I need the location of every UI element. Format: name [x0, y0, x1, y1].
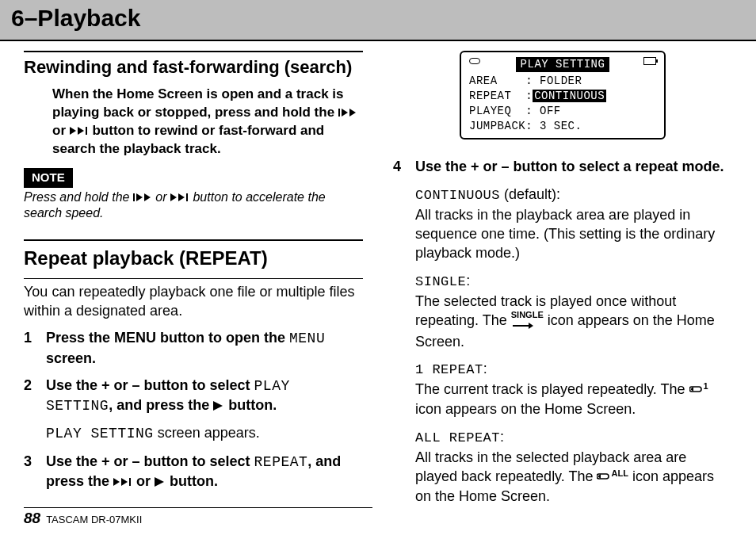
- section-repeat-head: Repeat playback (REPEAT): [24, 246, 363, 271]
- page-footer: 88 TASCAM DR-07MKII: [24, 507, 372, 527]
- step-body: Use the + or – button to select PLAY SET…: [46, 376, 363, 416]
- svg-marker-2: [349, 109, 356, 117]
- step-3: 3 Use the + or – button to select REPEAT…: [24, 452, 363, 491]
- model-name: TASCAM DR-07MKII: [46, 514, 142, 525]
- divider: [24, 239, 363, 241]
- next-track-icon: [70, 126, 89, 136]
- svg-marker-12: [213, 401, 223, 411]
- svg-marker-13: [113, 478, 120, 486]
- mode-1repeat: 1 REPEAT: The current track is played re…: [415, 359, 732, 419]
- divider: [24, 278, 363, 279]
- note-tag: NOTE: [24, 168, 73, 187]
- step-number: 4: [393, 157, 407, 176]
- svg-marker-9: [170, 193, 177, 201]
- chapter-title: 6–Playback: [11, 5, 745, 32]
- svg-marker-8: [144, 193, 151, 201]
- svg-marker-18: [529, 323, 533, 329]
- mode-allrepeat: ALL REPEAT: All tracks in the selected p…: [415, 427, 732, 506]
- svg-marker-1: [342, 109, 348, 117]
- svg-rect-0: [338, 109, 340, 117]
- svg-marker-4: [78, 127, 84, 135]
- lcd-row: REPEAT :CONTINUOUS: [469, 89, 656, 104]
- step-number: 1: [24, 328, 38, 368]
- svg-rect-11: [186, 193, 188, 201]
- step-4: 4 Use the + or – button to select a repe…: [393, 157, 732, 176]
- battery-icon: [643, 57, 656, 65]
- lcd-title: PLAY SETTING: [516, 57, 610, 72]
- next-track-icon: [170, 193, 189, 202]
- mode-continuous: CONTINUOUS (default): All tracks in the …: [415, 185, 732, 263]
- svg-marker-10: [178, 193, 185, 201]
- mode-single: SINGLE: The selected track is played onc…: [415, 271, 732, 352]
- left-column: Rewinding and fast-forwarding (search) W…: [24, 51, 363, 514]
- lcd-row: PLAYEQ : OFF: [469, 104, 656, 119]
- page-number: 88: [24, 510, 40, 526]
- step-body: Use the + or – button to select a repeat…: [415, 157, 732, 176]
- right-column: PLAY SETTING AREA : FOLDER REPEAT :CONTI…: [393, 51, 732, 514]
- play-icon: [155, 477, 166, 487]
- prev-track-icon: [133, 193, 152, 202]
- repeat-one-icon: 1: [689, 380, 708, 399]
- repeat-all-icon: ALL: [597, 468, 628, 487]
- divider: [24, 51, 363, 52]
- section-rewind-head: Rewinding and fast-forwarding (search): [24, 55, 363, 79]
- chapter-banner: 6–Playback: [0, 0, 756, 41]
- rewind-intro: When the Home Screen is open and a track…: [52, 86, 363, 159]
- single-mode-icon: SINGLE: [511, 311, 544, 332]
- step-body: Press the MENU button to open the MENU s…: [46, 328, 363, 368]
- svg-rect-15: [129, 478, 131, 486]
- prev-track-icon: [338, 108, 357, 117]
- note-text: Press and hold the or button to accelera…: [24, 189, 363, 223]
- svg-marker-7: [136, 193, 143, 201]
- step-number: 2: [24, 376, 38, 416]
- next-track-icon: [113, 477, 132, 487]
- svg-marker-3: [70, 127, 76, 135]
- play-icon: [213, 401, 224, 411]
- svg-marker-14: [121, 478, 128, 486]
- page-body: Rewinding and fast-forwarding (search) W…: [0, 41, 756, 514]
- step-number: 3: [24, 452, 38, 491]
- repeat-intro: You can repeatedly playback one file or …: [24, 282, 363, 321]
- step-2: 2 Use the + or – button to select PLAY S…: [24, 376, 363, 416]
- lcd-row: AREA : FOLDER: [469, 74, 656, 89]
- lcd-screen: PLAY SETTING AREA : FOLDER REPEAT :CONTI…: [460, 51, 666, 139]
- step-1: 1 Press the MENU button to open the MENU…: [24, 328, 363, 368]
- step-body: Use the + or – button to select REPEAT, …: [46, 452, 363, 491]
- svg-marker-16: [155, 477, 164, 487]
- lcd-row: JUMPBACK: 3 SEC.: [469, 119, 656, 134]
- step-2-sub: PLAY SETTING screen appears.: [46, 423, 363, 443]
- svg-rect-5: [86, 127, 87, 135]
- svg-rect-6: [133, 193, 135, 201]
- tab-oval-icon: [469, 58, 480, 64]
